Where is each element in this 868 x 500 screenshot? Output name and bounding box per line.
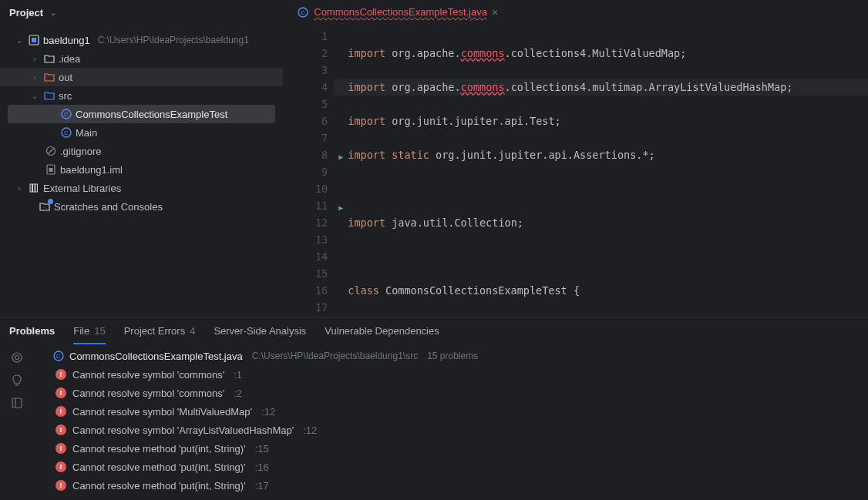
folder-src-icon (43, 89, 56, 102)
library-icon (28, 182, 40, 194)
tree-item-src[interactable]: ⌄ src (0, 86, 283, 105)
tree-root-path: C:\Users\HP\IdeaProjects\baeldung1 (98, 35, 249, 45)
problems-toolbar (0, 344, 34, 500)
java-class-icon: C (297, 6, 309, 18)
scratches-icon (39, 200, 51, 213)
error-icon: ! (56, 424, 66, 435)
tree-root-label: baeldung1 (43, 35, 90, 46)
file-tab[interactable]: File 15 (73, 318, 105, 344)
problem-location: :12 (261, 406, 275, 418)
highlight-icon[interactable] (11, 351, 23, 364)
svg-text:C: C (56, 353, 61, 360)
chevron-down-icon: ⌄ (48, 8, 59, 17)
chevron-down-icon: ⌄ (14, 36, 25, 45)
project-panel-header[interactable]: Project ⌄ (0, 0, 283, 25)
problem-message: Cannot resolve method 'put(int, String)' (72, 461, 246, 473)
error-icon: ! (56, 388, 66, 398)
editor-tab[interactable]: C CommonsCollectionsExampleTest.java × (289, 0, 506, 25)
tree-item-label: CommonsCollectionsExampleTest (76, 109, 227, 120)
problem-message: Cannot resolve symbol 'commons' (72, 388, 224, 399)
error-icon: ! (56, 406, 66, 417)
folder-icon (43, 52, 56, 65)
close-icon[interactable]: × (492, 6, 498, 18)
tree-item-external-libraries[interactable]: › External Libraries (0, 179, 283, 197)
problem-message: Cannot resolve method 'put(int, String)' (72, 443, 246, 455)
project-tool-window: Project ⌄ ⌄ baeldung1 C:\Users\HP\IdeaPr… (0, 0, 283, 317)
svg-text:C: C (64, 129, 69, 136)
server-side-analysis-tab[interactable]: Server-Side Analysis (214, 317, 306, 344)
intention-bulb-icon[interactable] (12, 374, 22, 387)
svg-text:C: C (64, 111, 69, 118)
tree-item-out[interactable]: › out (0, 68, 283, 86)
tree-item-main-class[interactable]: C Main (0, 123, 283, 142)
error-icon: ! (56, 369, 66, 380)
problem-item[interactable]: !Cannot resolve method 'put(int, String)… (34, 476, 868, 495)
problem-location: :17 (255, 480, 269, 492)
editor-tab-label: CommonsCollectionsExampleTest.java (314, 6, 487, 18)
tree-item-iml[interactable]: baeldung1.iml (0, 160, 283, 179)
run-test-icon[interactable]: ▶ (338, 200, 343, 216)
problems-file-header[interactable]: C CommonsCollectionsExampleTest.java C:\… (34, 347, 868, 365)
java-class-icon: C (60, 126, 72, 139)
svg-text:C: C (301, 9, 305, 16)
tree-item-test-class[interactable]: C CommonsCollectionsExampleTest (8, 105, 275, 123)
tree-item-label: .gitignore (60, 146, 101, 157)
svg-rect-9 (49, 168, 53, 172)
problem-location: :15 (255, 443, 269, 455)
project-title: Project (9, 7, 43, 18)
editor-pane: C CommonsCollectionsExampleTest.java × 1… (283, 0, 868, 317)
tree-item-idea[interactable]: › .idea (0, 49, 283, 68)
problem-location: :1 (234, 369, 242, 381)
problems-content: C CommonsCollectionsExampleTest.java C:\… (0, 344, 868, 500)
line-number-gutter: 1 2 3 4 5 6 7 8▶ 9 10 11▶ 12 13 14 15 16 (283, 25, 334, 317)
layout-icon[interactable] (12, 398, 22, 408)
error-icon: ! (56, 480, 66, 491)
problems-panel: Problems File 15 Project Errors 4 Server… (0, 317, 868, 500)
chevron-right-icon: › (29, 73, 40, 82)
project-errors-tab[interactable]: Project Errors 4 (124, 317, 196, 344)
svg-rect-10 (30, 184, 32, 192)
problem-item[interactable]: !Cannot resolve method 'put(int, String)… (34, 458, 868, 476)
problem-location: :2 (234, 388, 242, 399)
code-content[interactable]: import org.apache.commons.collections4.M… (334, 25, 868, 317)
svg-rect-12 (35, 184, 38, 192)
error-icon: ! (56, 461, 66, 472)
problem-item[interactable]: !Cannot resolve symbol 'MultiValuedMap':… (34, 402, 868, 421)
problem-location: :12 (303, 424, 317, 436)
vulnerable-dependencies-tab[interactable]: Vulnerable Dependencies (325, 317, 439, 344)
iml-file-icon (45, 163, 57, 176)
tree-root[interactable]: ⌄ baeldung1 C:\Users\HP\IdeaProjects\bae… (0, 31, 283, 49)
tree-item-label: src (59, 90, 72, 102)
problem-item[interactable]: !Cannot resolve symbol 'commons':1 (34, 365, 868, 384)
error-icon: ! (56, 443, 66, 454)
problems-file-name: CommonsCollectionsExampleTest.java (69, 351, 243, 362)
problem-item[interactable]: !Cannot resolve symbol 'ArrayListValuedH… (34, 421, 868, 439)
problem-message: Cannot resolve symbol 'MultiValuedMap' (72, 406, 252, 418)
problem-message: Cannot resolve symbol 'ArrayListValuedHa… (72, 424, 294, 436)
tree-item-label: baeldung1.iml (60, 164, 123, 176)
tree-item-scratches[interactable]: Scratches and Consoles (0, 197, 283, 216)
problems-tab[interactable]: Problems (9, 317, 55, 344)
problems-file-path: C:\Users\HP\IdeaProjects\baeldung1\src (252, 351, 418, 361)
problems-tab-bar: Problems File 15 Project Errors 4 Server… (0, 317, 868, 344)
svg-line-7 (49, 149, 54, 154)
svg-rect-1 (32, 38, 36, 42)
run-class-icon[interactable]: ▶ (338, 149, 343, 166)
svg-rect-17 (12, 398, 22, 408)
editor-tab-bar: C CommonsCollectionsExampleTest.java × (283, 0, 868, 25)
svg-point-15 (15, 356, 19, 360)
tree-item-gitignore[interactable]: .gitignore (0, 142, 283, 160)
folder-out-icon (43, 71, 56, 83)
code-editor[interactable]: 1 2 3 4 5 6 7 8▶ 9 10 11▶ 12 13 14 15 16 (283, 25, 868, 317)
problem-location: :16 (255, 461, 269, 473)
chevron-right-icon: › (29, 55, 40, 63)
problem-message: Cannot resolve symbol 'commons' (72, 369, 224, 381)
tree-item-label: External Libraries (43, 183, 121, 194)
java-class-icon: C (52, 350, 65, 362)
project-tree: ⌄ baeldung1 C:\Users\HP\IdeaProjects\bae… (0, 25, 283, 317)
tree-item-label: .idea (59, 53, 80, 65)
tree-item-label: out (59, 72, 72, 83)
problem-item[interactable]: !Cannot resolve symbol 'commons':2 (34, 384, 868, 402)
chevron-down-icon: ⌄ (29, 92, 40, 100)
problem-item[interactable]: !Cannot resolve method 'put(int, String)… (34, 439, 868, 458)
